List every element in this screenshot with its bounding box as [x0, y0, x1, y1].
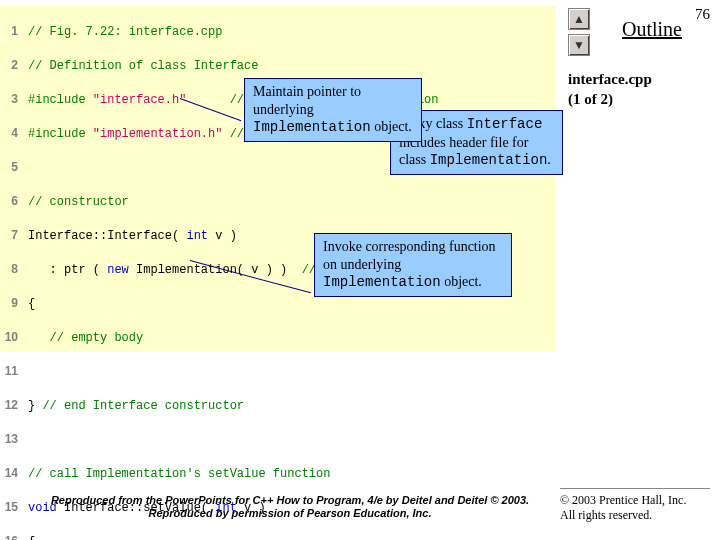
slide: 76 Outline ▲ ▼ interface.cpp (1 of 2) 1/… [0, 0, 720, 540]
file-label: interface.cpp (1 of 2) [568, 70, 652, 109]
callout-invoke: Invoke corresponding function on underly… [314, 233, 512, 297]
outline-label: Outline [622, 18, 682, 41]
copyright: © 2003 Prentice Hall, Inc. All rights re… [560, 488, 710, 522]
file-name: interface.cpp [568, 71, 652, 87]
callout-pointer: Maintain pointer to underlying Implement… [244, 78, 422, 142]
code-block: 1// Fig. 7.22: interface.cpp 2// Definit… [0, 6, 556, 352]
reproduced-note: Reproduced from the PowerPoints for C++ … [40, 494, 540, 520]
file-part: (1 of 2) [568, 91, 613, 107]
code-l2: // Definition of class Interface [28, 59, 258, 73]
nav-up-button[interactable]: ▲ [568, 8, 590, 30]
page-number: 76 [695, 6, 710, 23]
nav-down-button[interactable]: ▼ [568, 34, 590, 56]
code-l1: // Fig. 7.22: interface.cpp [28, 25, 222, 39]
